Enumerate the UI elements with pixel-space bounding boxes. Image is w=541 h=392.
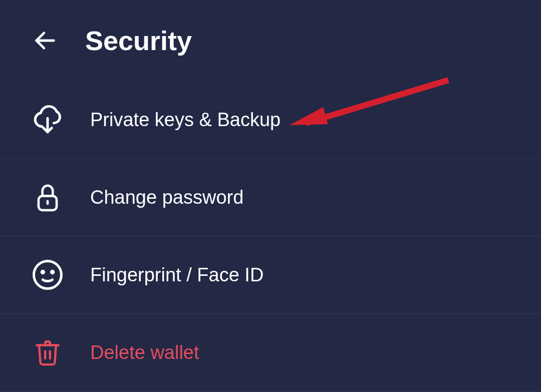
menu-item-fingerprint-faceid[interactable]: Fingerprint / Face ID <box>0 236 541 314</box>
cloud-download-icon <box>30 102 65 137</box>
face-icon <box>30 257 65 292</box>
lock-icon <box>30 180 65 215</box>
menu-item-change-password[interactable]: Change password <box>0 159 541 236</box>
svg-point-5 <box>42 271 44 273</box>
trash-icon <box>30 335 65 370</box>
menu-item-private-keys-backup[interactable]: Private keys & Backup <box>0 81 541 159</box>
back-button[interactable] <box>30 26 60 56</box>
header: Security <box>0 0 541 81</box>
menu-label: Delete wallet <box>90 342 199 363</box>
security-menu: Private keys & Backup Change password Fi… <box>0 81 541 391</box>
arrow-left-icon <box>32 28 58 54</box>
menu-label: Change password <box>90 187 243 208</box>
svg-point-6 <box>51 271 53 273</box>
menu-label: Fingerprint / Face ID <box>90 264 263 286</box>
svg-point-4 <box>34 261 62 289</box>
page-title: Security <box>85 25 192 56</box>
menu-item-delete-wallet[interactable]: Delete wallet <box>0 314 541 391</box>
menu-label: Private keys & Backup <box>90 109 281 131</box>
